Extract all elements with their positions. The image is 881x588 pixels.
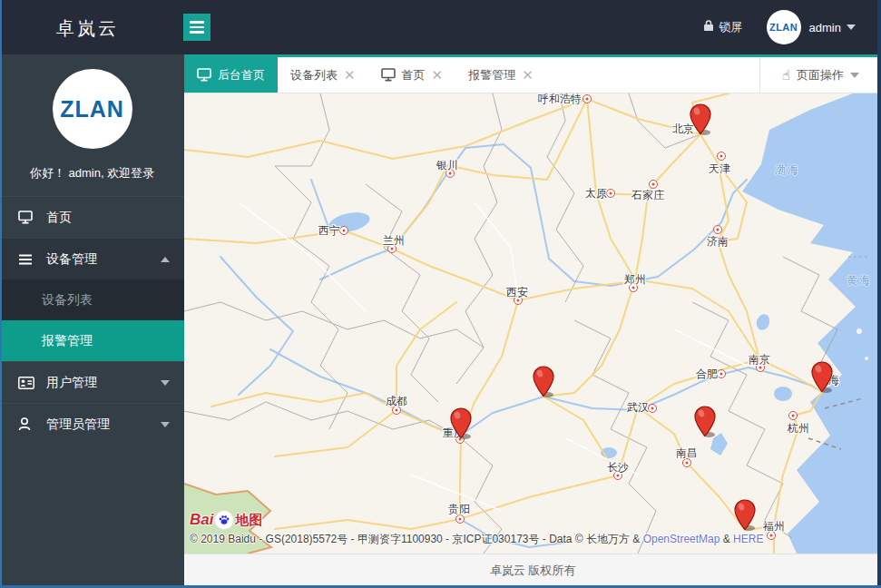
city-label: 济南 <box>707 234 729 250</box>
sidebar: ZLAN 你好！ admin, 欢迎登录 首页设备管理设备列表报警管理用户管理管… <box>0 54 184 588</box>
city-label: 太原 <box>585 186 607 201</box>
city-label: 长沙 <box>607 460 629 475</box>
sidebar-toggle-button[interactable] <box>183 14 210 41</box>
chevron-down-icon <box>847 24 856 30</box>
avatar[interactable]: ZLAN <box>767 10 801 44</box>
city-marker-dot <box>713 225 722 234</box>
sidebar-item[interactable]: 首页 <box>0 196 184 238</box>
city-label: 福州 <box>763 519 785 534</box>
sea-label: 黄海 <box>847 273 872 289</box>
user-icon <box>18 417 38 431</box>
chevron-down-icon <box>161 422 170 427</box>
city-label: 兰州 <box>383 233 405 249</box>
city-label: 南京 <box>749 352 770 368</box>
monitor-icon <box>197 68 211 82</box>
sidebar-item[interactable]: 管理员管理 <box>0 403 184 445</box>
id-card-icon <box>18 377 38 389</box>
tab-list: 后台首页设备列表✕首页✕报警管理✕ <box>184 57 546 93</box>
device-pin[interactable] <box>532 366 555 402</box>
sidebar-submenu: 设备列表报警管理 <box>0 279 184 361</box>
list-icon <box>18 253 38 266</box>
city-label: 西宁 <box>318 223 340 239</box>
city-label: 武汉 <box>627 400 649 416</box>
sea-label: 渤海 <box>775 162 800 178</box>
device-pin[interactable] <box>810 361 834 397</box>
top-header-bar: 卓岚云 锁屏 ZLAN admin <box>0 0 881 54</box>
sidebar-item[interactable]: 设备管理 <box>0 238 184 279</box>
attribution-text: & <box>719 533 733 545</box>
attribution-link[interactable]: HERE <box>733 533 763 545</box>
city-label: 西安 <box>506 285 528 300</box>
sidebar-item[interactable]: 用户管理 <box>0 361 184 403</box>
sidebar-menu: 首页设备管理设备列表报警管理用户管理管理员管理 <box>0 196 184 445</box>
close-icon[interactable]: ✕ <box>344 68 356 82</box>
city-marker-dot <box>788 411 798 420</box>
close-icon[interactable]: ✕ <box>522 68 533 82</box>
hamburger-icon <box>190 21 204 24</box>
device-pin[interactable] <box>449 407 473 444</box>
sidebar-subitem[interactable]: 报警管理 <box>0 320 184 361</box>
app-window: 卓岚云 锁屏 ZLAN admin ZLAN <box>0 0 881 588</box>
city-label: 天津 <box>709 162 730 177</box>
monitor-icon <box>381 68 396 82</box>
username: admin <box>809 21 841 34</box>
lock-screen-label: 锁屏 <box>719 19 743 35</box>
device-pin[interactable] <box>689 103 712 140</box>
tab-bar: 后台首页设备列表✕首页✕报警管理✕ ☝ 页面操作 <box>184 54 881 93</box>
city-label: 银川 <box>436 158 458 173</box>
baidu-map-canvas[interactable]: 呼和浩特北京天津银川太原石家庄济南郑州西宁兰州西安南京合肥上海杭州武汉南昌长沙成… <box>184 93 881 554</box>
tab[interactable]: 报警管理✕ <box>455 57 546 93</box>
tab[interactable]: 设备列表✕ <box>278 57 368 93</box>
city-marker-dot <box>717 369 726 378</box>
device-pin[interactable] <box>693 406 717 442</box>
page-actions-dropdown[interactable]: ☝ 页面操作 <box>759 57 881 93</box>
attribution-text: © 2019 Baidu - GS(2018)5572号 - 甲测资字11009… <box>190 533 643 545</box>
footer-bar: 卓岚云 版权所有 <box>184 554 881 586</box>
city-label: 杭州 <box>788 421 809 436</box>
city-label: 贵阳 <box>448 502 470 517</box>
tab[interactable]: 后台首页 <box>184 57 278 93</box>
window-border-left <box>0 0 2 588</box>
city-label: 郑州 <box>624 272 646 288</box>
close-icon[interactable]: ✕ <box>432 68 444 82</box>
copyright-text: 卓岚云 版权所有 <box>490 563 576 579</box>
city-label: 石家庄 <box>631 188 664 203</box>
chevron-up-icon <box>161 257 170 262</box>
city-marker-dot <box>717 152 726 161</box>
city-label: 呼和浩特 <box>538 93 582 107</box>
chevron-down-icon <box>161 380 170 386</box>
city-marker-dot <box>339 226 348 235</box>
hand-pointer-icon: ☝ <box>782 67 790 83</box>
tab[interactable]: 首页✕ <box>368 57 456 93</box>
lock-screen-button[interactable]: 锁屏 <box>703 19 743 35</box>
zlan-logo: ZLAN <box>53 69 132 149</box>
city-marker-dot <box>582 94 592 103</box>
city-marker-dot <box>606 189 615 198</box>
city-marker-dot <box>648 404 657 413</box>
sidebar-subitem[interactable]: 设备列表 <box>0 279 184 320</box>
monitor-icon <box>18 211 38 224</box>
attribution-link[interactable]: OpenStreetMap <box>643 533 720 545</box>
window-border-right <box>877 0 881 588</box>
welcome-text: 你好！ admin, 欢迎登录 <box>0 165 184 181</box>
map-attribution: © 2019 Baidu - GS(2018)5572号 - 甲测资字11009… <box>190 532 763 547</box>
device-pin[interactable] <box>733 499 757 535</box>
city-label: 成都 <box>386 394 407 409</box>
lock-icon <box>703 19 714 35</box>
city-label: 南昌 <box>676 446 698 461</box>
chevron-down-icon <box>850 73 859 78</box>
city-label: 合肥 <box>696 367 718 382</box>
user-menu[interactable]: admin <box>809 21 856 34</box>
baidu-map-logo[interactable]: Bai 地图 <box>190 510 262 530</box>
app-title: 卓岚云 <box>56 16 119 41</box>
logo-wrap: ZLAN <box>0 54 184 149</box>
header-right-group: 锁屏 ZLAN admin <box>703 0 856 54</box>
baidu-paw-icon <box>214 510 234 530</box>
